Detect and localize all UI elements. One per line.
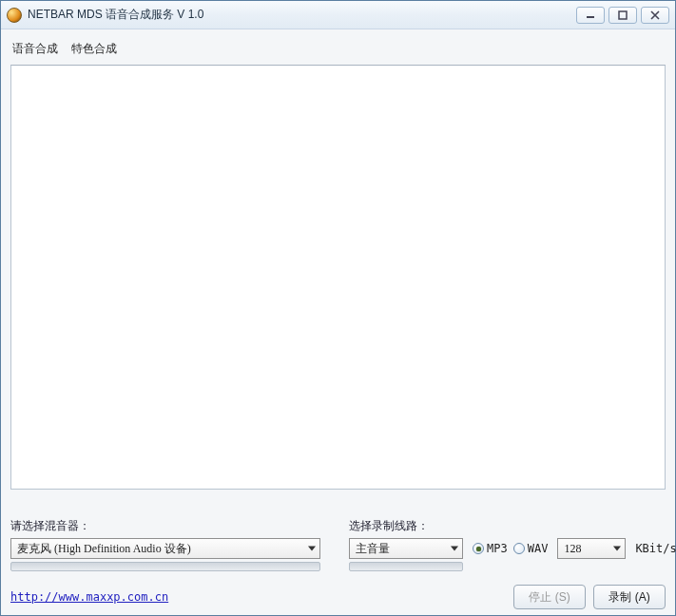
radio-dot-icon — [473, 543, 484, 554]
record-line-select[interactable]: 主音量 — [349, 538, 463, 559]
mixer-label: 请选择混音器： — [10, 518, 320, 538]
minimize-button[interactable] — [576, 7, 605, 24]
svg-rect-1 — [619, 11, 627, 19]
record-line-label: 选择录制线路： — [349, 518, 676, 538]
app-window: NETBAR MDS 语音合成服务 V 1.0 语音合成 特色合成 请选择混音器… — [0, 0, 676, 616]
text-content-area[interactable] — [10, 65, 666, 490]
chevron-down-icon — [613, 547, 621, 551]
bitrate-unit: KBit/s — [635, 542, 676, 555]
footer-row: http://www.maxxp.com.cn 停止 (S) 录制 (A) — [10, 571, 666, 609]
radio-wav-label: WAV — [528, 542, 549, 555]
mixer-select-value: 麦克风 (High Definition Audio 设备) — [17, 541, 191, 557]
close-button[interactable] — [641, 7, 669, 24]
record-button[interactable]: 录制 (A) — [593, 585, 666, 609]
mixer-select[interactable]: 麦克风 (High Definition Audio 设备) — [10, 538, 320, 559]
line-level-meter — [349, 562, 463, 571]
tab-voice-synthesis[interactable]: 语音合成 — [12, 41, 58, 57]
svg-rect-0 — [587, 16, 594, 18]
bitrate-select[interactable]: 128 — [557, 538, 626, 559]
radio-mp3[interactable]: MP3 — [473, 542, 508, 555]
window-title: NETBAR MDS 语音合成服务 V 1.0 — [28, 7, 203, 23]
titlebar: NETBAR MDS 语音合成服务 V 1.0 — [1, 1, 675, 29]
tab-bar: 语音合成 特色合成 — [10, 37, 666, 65]
record-line-value: 主音量 — [356, 541, 390, 557]
mixer-level-meter — [10, 562, 320, 571]
format-radio-group: MP3 WAV — [473, 542, 548, 555]
stop-button[interactable]: 停止 (S) — [513, 585, 586, 609]
client-area: 语音合成 特色合成 请选择混音器： 麦克风 (High Definition A… — [1, 29, 675, 615]
homepage-link[interactable]: http://www.maxxp.com.cn — [10, 590, 168, 604]
tab-special-synthesis[interactable]: 特色合成 — [71, 41, 117, 57]
controls-panel: 请选择混音器： 麦克风 (High Definition Audio 设备) 选… — [10, 490, 666, 609]
radio-wav[interactable]: WAV — [513, 542, 549, 555]
bitrate-value: 128 — [564, 542, 581, 556]
radio-dot-icon — [513, 543, 525, 554]
chevron-down-icon — [308, 547, 316, 551]
app-icon — [7, 8, 22, 23]
radio-mp3-label: MP3 — [487, 542, 508, 555]
chevron-down-icon — [451, 547, 458, 551]
maximize-button[interactable] — [608, 7, 637, 24]
